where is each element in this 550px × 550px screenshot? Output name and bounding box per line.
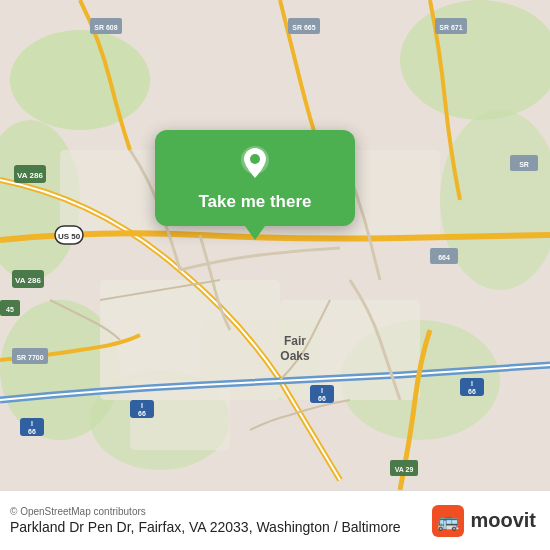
svg-text:VA 286: VA 286 [17,171,43,180]
moovit-bus-icon: 🚌 [432,505,464,537]
svg-text:SR 671: SR 671 [439,24,462,31]
svg-text:SR: SR [519,161,529,168]
svg-text:Fair: Fair [284,334,306,348]
svg-text:SR 7700: SR 7700 [16,354,43,361]
moovit-logo: 🚌 moovit [432,505,536,537]
svg-text:45: 45 [6,306,14,313]
svg-text:66: 66 [28,428,36,435]
attribution: © OpenStreetMap contributors [10,506,432,517]
svg-text:VA 29: VA 29 [395,466,414,473]
address-text: Parkland Dr Pen Dr, Fairfax, VA 22033, W… [10,519,432,535]
bottom-left-content: © OpenStreetMap contributors Parkland Dr… [10,506,432,535]
svg-text:Oaks: Oaks [280,349,310,363]
bottom-bar: © OpenStreetMap contributors Parkland Dr… [0,490,550,550]
svg-point-52 [250,154,260,164]
map-container: VA 286 VA 286 US 50 SR 608 SR 665 SR 671… [0,0,550,490]
svg-text:66: 66 [138,410,146,417]
moovit-text: moovit [470,509,536,532]
svg-text:66: 66 [468,388,476,395]
svg-text:I: I [31,420,33,427]
svg-text:SR 608: SR 608 [94,24,117,31]
svg-text:I: I [321,387,323,394]
location-pin-icon [237,146,273,182]
svg-text:664: 664 [438,254,450,261]
svg-text:I: I [471,380,473,387]
svg-text:VA 286: VA 286 [15,276,41,285]
popup-card[interactable]: Take me there [155,130,355,226]
take-me-label: Take me there [198,192,311,212]
svg-text:🚌: 🚌 [437,510,460,532]
svg-text:US 50: US 50 [58,232,81,241]
svg-text:66: 66 [318,395,326,402]
svg-point-1 [10,30,150,130]
svg-text:SR 665: SR 665 [292,24,315,31]
map-svg: VA 286 VA 286 US 50 SR 608 SR 665 SR 671… [0,0,550,490]
attribution-text: © OpenStreetMap contributors [10,506,146,517]
svg-text:I: I [141,402,143,409]
